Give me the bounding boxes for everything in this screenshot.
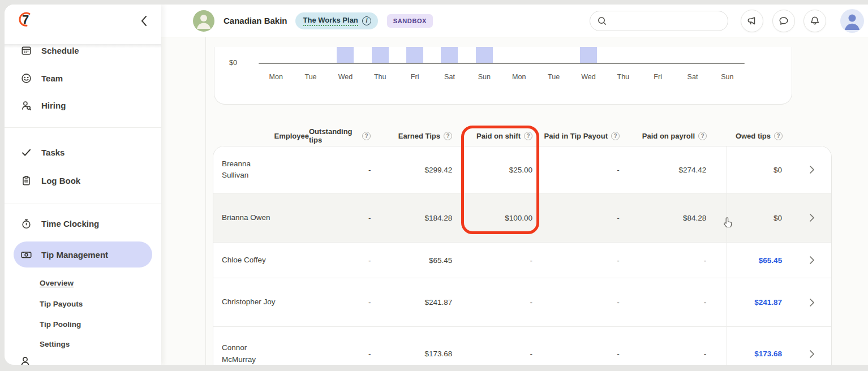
sidebar-item-team[interactable]: Team <box>14 66 152 90</box>
paid-on-payroll-cell: $274.42 <box>624 146 727 193</box>
sidebar-item-label: Time Clocking <box>41 219 99 228</box>
sidebar-item-time-clocking[interactable]: Time Clocking <box>14 211 152 236</box>
sidebar-item-partial[interactable] <box>20 355 31 365</box>
table-row-christopher-joy[interactable]: Christopher Joy - $241.87 - - - $241.87 <box>213 278 831 327</box>
tips-chart-card: $0 MonTueWedThuFriSatSunMonTueWedThuFriS… <box>214 47 792 105</box>
chart-day-label: Thu <box>363 73 397 81</box>
sidebar-item-log-book[interactable]: Log Book <box>14 168 152 193</box>
row-expand-button[interactable] <box>793 146 831 193</box>
chart-day-label: Mon <box>502 73 536 81</box>
sandbox-badge: SANDBOX <box>387 14 433 28</box>
employee-name: Brianna Owen <box>213 193 310 242</box>
chevron-left-icon <box>140 15 148 27</box>
outstanding-tips-cell: - <box>310 146 376 193</box>
paid-in-tip-payout-cell: - <box>537 193 624 242</box>
x-axis-line <box>259 63 745 64</box>
sidebar-item-tasks[interactable]: Tasks <box>14 140 152 165</box>
owed-tips-link[interactable]: $241.87 <box>727 278 793 326</box>
chart-bar-slot <box>467 47 501 63</box>
profile-avatar[interactable] <box>840 9 864 33</box>
chart-bar-slot <box>606 47 641 63</box>
sidebar-subitem-overview[interactable]: Overview <box>40 275 74 291</box>
sidebar-item-hiring[interactable]: Hiring <box>14 93 152 118</box>
owed-tips-link[interactable]: $65.45 <box>727 243 793 278</box>
column-header-owed-tips: Owed tips ? <box>727 126 793 146</box>
sidebar-collapse-button[interactable] <box>136 14 151 28</box>
table-row-brianna-owen[interactable]: Brianna Owen - $184.28 $100.00 - $84.28 … <box>213 193 831 243</box>
search-icon <box>597 16 607 26</box>
chart-day-label: Thu <box>606 73 641 81</box>
paid-on-shift-cell: - <box>457 243 537 278</box>
paid-on-shift-cell: - <box>457 327 537 365</box>
help-icon[interactable]: ? <box>444 132 452 140</box>
chevron-right-icon <box>809 298 815 307</box>
owed-tips-link[interactable]: $173.68 <box>727 327 793 365</box>
column-header-paid-on-shift: Paid on shift ? <box>457 126 537 146</box>
sidebar-divider <box>5 204 161 204</box>
chart-day-label: Wed <box>328 73 363 81</box>
info-icon[interactable]: i <box>362 16 371 25</box>
bell-icon <box>809 15 820 27</box>
notifications-button[interactable] <box>803 10 826 32</box>
sidebar-item-label: Log Book <box>41 176 80 186</box>
chart-bar <box>406 47 423 63</box>
column-header-paid-on-payroll: Paid on payroll ? <box>624 126 727 146</box>
smiley-icon <box>20 73 32 84</box>
help-icon[interactable]: ? <box>698 132 707 140</box>
chart-bars <box>259 47 745 63</box>
company-name: Canadian Bakin <box>224 16 287 25</box>
row-expand-button[interactable] <box>793 243 831 278</box>
earned-tips-cell: $184.28 <box>376 193 457 242</box>
chart-bar-slot <box>675 47 710 63</box>
sidebar-subitem-tip-pooling[interactable]: Tip Pooling <box>40 316 81 332</box>
table-row-breanna-sullivan[interactable]: Breanna Sullivan - $299.42 $25.00 - $274… <box>213 146 831 193</box>
chevron-right-icon <box>809 165 815 174</box>
sidebar-subitem-tip-payouts[interactable]: Tip Payouts <box>40 296 83 312</box>
person-icon <box>20 355 31 365</box>
plan-badge-label: The Works Plan <box>303 16 358 26</box>
chart-bar-slot <box>259 47 293 63</box>
chart-bar <box>441 47 458 63</box>
outstanding-tips-cell: - <box>310 193 376 242</box>
announcements-button[interactable] <box>741 10 763 32</box>
outstanding-tips-cell: - <box>310 327 376 365</box>
tips-table: Breanna Sullivan - $299.42 $25.00 - $274… <box>213 146 832 365</box>
paid-on-shift-cell: - <box>457 278 537 326</box>
owed-tips-cell: $0 <box>727 146 793 193</box>
paid-on-payroll-cell: - <box>624 278 727 326</box>
chart-bar-slot <box>641 47 675 63</box>
sidebar-item-label: Tasks <box>41 148 65 157</box>
search-input[interactable] <box>612 16 721 25</box>
table-row-chloe-coffey[interactable]: Chloe Coffey - $65.45 - - - $65.45 <box>213 243 831 278</box>
chart-day-label: Tue <box>293 73 328 81</box>
megaphone-icon <box>746 15 758 27</box>
sidebar-subitem-settings[interactable]: Settings <box>40 336 70 352</box>
sidebar-item-tip-management[interactable]: Tip Management <box>14 241 152 268</box>
chart-day-label: Sun <box>467 73 501 81</box>
help-icon[interactable]: ? <box>362 132 371 140</box>
main-content: $0 MonTueWedThuFriSatSunMonTueWedThuFriS… <box>161 37 868 365</box>
employee-name: Breanna Sullivan <box>213 146 310 193</box>
earned-tips-cell: $65.45 <box>376 243 457 278</box>
messages-button[interactable] <box>772 10 795 32</box>
search-bar[interactable] <box>590 11 728 31</box>
chart-day-label: Wed <box>571 73 605 81</box>
table-row-connor-mcmurray[interactable]: Connor McMurray - $173.68 - - - $173.68 <box>213 327 831 365</box>
help-icon[interactable]: ? <box>611 132 620 140</box>
help-icon[interactable]: ? <box>524 132 532 140</box>
row-expand-button[interactable] <box>793 327 831 365</box>
paid-on-payroll-cell: - <box>624 327 727 365</box>
help-icon[interactable]: ? <box>774 132 783 140</box>
row-expand-button[interactable] <box>793 278 831 326</box>
chevron-right-icon <box>809 213 815 222</box>
row-expand-button[interactable] <box>793 193 831 242</box>
plan-badge[interactable]: The Works Plan i <box>295 12 378 29</box>
company-avatar[interactable] <box>193 10 214 32</box>
chart-bar-slot <box>397 47 432 63</box>
chart-day-label: Fri <box>397 73 432 81</box>
chart-day-label: Fri <box>641 73 675 81</box>
7shifts-logo[interactable]: 7 <box>16 11 35 29</box>
content-left-edge <box>205 37 206 365</box>
paid-on-shift-cell: $25.00 <box>457 146 537 193</box>
chart-day-labels: MonTueWedThuFriSatSunMonTueWedThuFriSatS… <box>259 73 745 81</box>
